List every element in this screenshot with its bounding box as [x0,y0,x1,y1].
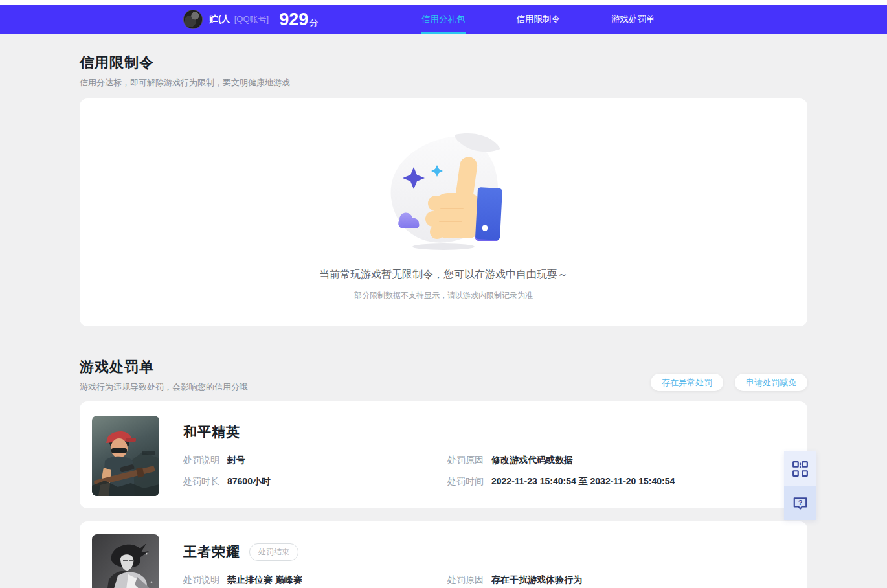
penalty-section-title: 游戏处罚单 [80,357,248,377]
penalty-row: 处罚说明 封号 处罚原因 修改游戏代码或数据 [183,455,794,466]
header: 贮(人 [QQ账号] 929 分 信用分礼包 信用限制令 游戏处罚单 [0,5,887,34]
restriction-empty-card: 当前常玩游戏暂无限制令，您可以在游戏中自由玩耍～ 部分限制数据不支持显示，请以游… [80,98,807,326]
penalty-desc-label: 处罚说明 [183,455,227,466]
abnormal-penalty-button[interactable]: 存在异常处罚 [651,374,723,391]
side-widgets: ? [784,451,816,520]
penalty-desc-label: 处罚说明 [183,574,227,586]
game-image-wangzherongyao [92,534,159,588]
restriction-section-subtitle: 信用分达标，即可解除游戏行为限制，要文明健康地游戏 [80,77,807,89]
penalty-duration-label: 处罚时长 [183,476,227,488]
username: 贮(人 [209,14,230,25]
game-title: 王者荣耀 [183,543,240,561]
top-strip [0,0,887,5]
help-button[interactable]: ? [784,486,816,520]
credit-score-unit: 分 [309,17,318,28]
penalty-row: 处罚时长 87600小时 处罚时间 2022-11-23 15:40:54 至 … [183,476,794,488]
restriction-section-title: 信用限制令 [80,53,807,73]
tab-credit-restriction[interactable]: 信用限制令 [517,5,561,34]
game-title: 和平精英 [183,423,240,441]
penalty-desc-value: 封号 [227,455,245,466]
penalty-reason-label: 处罚原因 [447,455,491,466]
qr-code-icon [792,460,809,477]
avatar [183,10,203,29]
svg-text:?: ? [798,498,803,506]
header-nav: 信用分礼包 信用限制令 游戏处罚单 [421,5,655,34]
penalty-section-header: 游戏处罚单 游戏行为违规导致处罚，会影响您的信用分哦 存在异常处罚 申请处罚减免 [80,357,807,393]
penalty-card-hepingjingying: 和平精英 处罚说明 封号 处罚原因 修改游戏代码或数据 [80,401,807,508]
penalty-time-value: 2022-11-23 15:40:54 至 2032-11-20 15:40:5… [491,476,675,488]
qr-code-button[interactable] [784,451,816,486]
credit-score-value: 929 [279,10,308,30]
credit-page: 贮(人 [QQ账号] 929 分 信用分礼包 信用限制令 游戏处罚单 信用限制令… [0,0,887,588]
restriction-empty-note: 部分限制数据不支持显示，请以游戏内限制记录为准 [80,290,807,301]
appeal-penalty-button[interactable]: 申请处罚减免 [735,374,807,391]
penalty-reason-value: 修改游戏代码或数据 [491,455,573,466]
penalty-section-subtitle: 游戏行为违规导致处罚，会影响您的信用分哦 [80,381,248,393]
account-type-label: [QQ账号] [234,14,269,25]
help-icon: ? [792,495,809,512]
game-image-hepingjingying [92,416,159,496]
penalty-reason-value: 存在干扰游戏体验行为 [491,574,582,586]
credit-score: 929 分 [279,10,318,30]
penalty-reason-label: 处罚原因 [447,574,491,586]
penalty-ended-badge: 处罚结束 [249,543,298,561]
thumbs-up-illustration [377,130,510,256]
restriction-section: 信用限制令 信用分达标，即可解除游戏行为限制，要文明健康地游戏 [80,34,807,326]
penalty-row: 处罚说明 禁止排位赛 巅峰赛 处罚原因 存在干扰游戏体验行为 [183,574,794,586]
tab-credit-gift[interactable]: 信用分礼包 [421,5,466,34]
penalty-duration-value: 87600小时 [227,476,271,488]
penalty-desc-value: 禁止排位赛 巅峰赛 [227,574,302,586]
penalty-time-label: 处罚时间 [447,476,491,488]
restriction-empty-message: 当前常玩游戏暂无限制令，您可以在游戏中自由玩耍～ [80,268,807,282]
tab-game-penalty[interactable]: 游戏处罚单 [611,5,655,34]
penalty-card-wangzherongyao: 王者荣耀 处罚结束 处罚说明 禁止排位赛 巅峰赛 处罚原因 存在干扰游戏体验行为 [80,521,807,588]
